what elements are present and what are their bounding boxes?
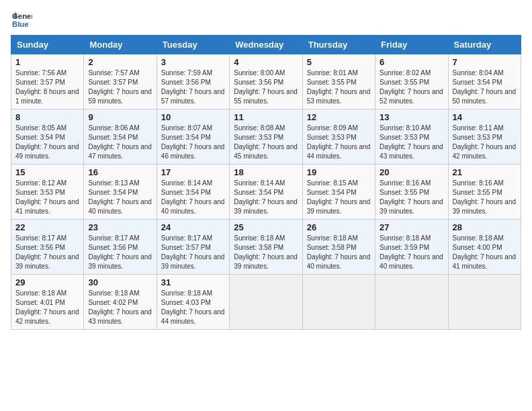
logo: General Blue	[11, 11, 36, 30]
calendar-day-cell: 9Sunrise: 8:06 AMSunset: 3:54 PMDaylight…	[84, 109, 157, 165]
calendar-header-row: SundayMondayTuesdayWednesdayThursdayFrid…	[11, 36, 521, 54]
calendar-day-cell: 21Sunrise: 8:16 AMSunset: 3:55 PMDayligh…	[448, 165, 521, 220]
weekday-header: Sunday	[11, 36, 84, 54]
day-info: Sunrise: 8:13 AMSunset: 3:54 PMDaylight:…	[88, 179, 152, 215]
calendar-day-cell: 18Sunrise: 8:14 AMSunset: 3:54 PMDayligh…	[230, 165, 302, 220]
day-number: 14	[453, 112, 517, 122]
calendar-day-cell: 26Sunrise: 8:18 AMSunset: 3:58 PMDayligh…	[302, 220, 375, 275]
day-number: 15	[15, 167, 79, 177]
day-number: 7	[453, 57, 517, 67]
calendar-day-cell: 16Sunrise: 8:13 AMSunset: 3:54 PMDayligh…	[84, 165, 157, 220]
calendar-day-cell	[302, 275, 375, 330]
calendar-day-cell: 2Sunrise: 7:57 AMSunset: 3:57 PMDaylight…	[84, 54, 157, 109]
calendar-day-cell	[448, 275, 521, 330]
day-number: 26	[307, 222, 371, 232]
day-info: Sunrise: 8:18 AMSunset: 3:58 PMDaylight:…	[234, 234, 298, 270]
day-number: 4	[234, 57, 298, 67]
day-info: Sunrise: 8:08 AMSunset: 3:53 PMDaylight:…	[234, 124, 298, 160]
day-info: Sunrise: 8:09 AMSunset: 3:53 PMDaylight:…	[307, 124, 371, 160]
day-info: Sunrise: 8:01 AMSunset: 3:55 PMDaylight:…	[307, 69, 371, 105]
calendar-day-cell: 30Sunrise: 8:18 AMSunset: 4:02 PMDayligh…	[84, 275, 157, 330]
calendar-day-cell: 8Sunrise: 8:05 AMSunset: 3:54 PMDaylight…	[11, 109, 84, 165]
day-number: 22	[15, 222, 79, 232]
day-number: 21	[453, 167, 517, 177]
day-info: Sunrise: 8:16 AMSunset: 3:55 PMDaylight:…	[380, 179, 443, 215]
day-info: Sunrise: 8:16 AMSunset: 3:55 PMDaylight:…	[453, 179, 517, 215]
day-info: Sunrise: 8:02 AMSunset: 3:55 PMDaylight:…	[380, 69, 443, 105]
svg-text:Blue: Blue	[12, 20, 29, 28]
weekday-header: Wednesday	[230, 36, 302, 54]
day-number: 27	[380, 222, 443, 232]
day-info: Sunrise: 7:56 AMSunset: 3:57 PMDaylight:…	[15, 69, 79, 105]
calendar-day-cell: 24Sunrise: 8:17 AMSunset: 3:57 PMDayligh…	[157, 220, 229, 275]
calendar-day-cell: 6Sunrise: 8:02 AMSunset: 3:55 PMDaylight…	[375, 54, 448, 109]
calendar-day-cell: 3Sunrise: 7:59 AMSunset: 3:56 PMDaylight…	[157, 54, 229, 109]
day-number: 17	[161, 167, 225, 177]
day-info: Sunrise: 8:18 AMSunset: 4:03 PMDaylight:…	[161, 289, 225, 325]
day-info: Sunrise: 8:18 AMSunset: 4:00 PMDaylight:…	[453, 234, 517, 270]
day-number: 8	[15, 112, 79, 122]
calendar-day-cell: 17Sunrise: 8:14 AMSunset: 3:54 PMDayligh…	[157, 165, 229, 220]
day-number: 3	[161, 57, 225, 67]
day-info: Sunrise: 8:17 AMSunset: 3:57 PMDaylight:…	[161, 234, 225, 270]
day-number: 29	[15, 277, 79, 287]
calendar-day-cell	[375, 275, 448, 330]
day-info: Sunrise: 8:14 AMSunset: 3:54 PMDaylight:…	[161, 179, 225, 215]
day-info: Sunrise: 8:18 AMSunset: 3:59 PMDaylight:…	[380, 234, 443, 270]
calendar-day-cell: 11Sunrise: 8:08 AMSunset: 3:53 PMDayligh…	[230, 109, 302, 165]
calendar-day-cell: 10Sunrise: 8:07 AMSunset: 3:54 PMDayligh…	[157, 109, 229, 165]
calendar-week-row: 1Sunrise: 7:56 AMSunset: 3:57 PMDaylight…	[11, 54, 521, 109]
calendar-day-cell: 23Sunrise: 8:17 AMSunset: 3:56 PMDayligh…	[84, 220, 157, 275]
day-number: 25	[234, 222, 298, 232]
calendar-day-cell: 22Sunrise: 8:17 AMSunset: 3:56 PMDayligh…	[11, 220, 84, 275]
weekday-header: Friday	[375, 36, 448, 54]
day-number: 10	[161, 112, 225, 122]
day-info: Sunrise: 8:00 AMSunset: 3:56 PMDaylight:…	[234, 69, 298, 105]
weekday-header: Thursday	[302, 36, 375, 54]
day-number: 12	[307, 112, 371, 122]
day-number: 13	[380, 112, 443, 122]
calendar-day-cell: 4Sunrise: 8:00 AMSunset: 3:56 PMDaylight…	[230, 54, 302, 109]
logo-icon: General Blue	[11, 11, 32, 30]
calendar-day-cell: 28Sunrise: 8:18 AMSunset: 4:00 PMDayligh…	[448, 220, 521, 275]
day-info: Sunrise: 8:12 AMSunset: 3:53 PMDaylight:…	[15, 179, 79, 215]
calendar-day-cell: 20Sunrise: 8:16 AMSunset: 3:55 PMDayligh…	[375, 165, 448, 220]
day-info: Sunrise: 8:17 AMSunset: 3:56 PMDaylight:…	[15, 234, 79, 270]
calendar-body: 1Sunrise: 7:56 AMSunset: 3:57 PMDaylight…	[11, 54, 521, 330]
day-info: Sunrise: 8:17 AMSunset: 3:56 PMDaylight:…	[88, 234, 152, 270]
calendar-day-cell: 12Sunrise: 8:09 AMSunset: 3:53 PMDayligh…	[302, 109, 375, 165]
day-info: Sunrise: 7:57 AMSunset: 3:57 PMDaylight:…	[88, 69, 152, 105]
weekday-header: Monday	[84, 36, 157, 54]
calendar-week-row: 29Sunrise: 8:18 AMSunset: 4:01 PMDayligh…	[11, 275, 521, 330]
day-info: Sunrise: 8:18 AMSunset: 4:02 PMDaylight:…	[88, 289, 152, 325]
day-info: Sunrise: 8:15 AMSunset: 3:54 PMDaylight:…	[307, 179, 371, 215]
day-number: 28	[453, 222, 517, 232]
day-info: Sunrise: 8:18 AMSunset: 3:58 PMDaylight:…	[307, 234, 371, 270]
day-number: 18	[234, 167, 298, 177]
day-number: 11	[234, 112, 298, 122]
header: General Blue	[11, 11, 521, 30]
day-number: 23	[88, 222, 152, 232]
day-info: Sunrise: 8:05 AMSunset: 3:54 PMDaylight:…	[15, 124, 79, 160]
day-number: 1	[15, 57, 79, 67]
calendar-day-cell: 15Sunrise: 8:12 AMSunset: 3:53 PMDayligh…	[11, 165, 84, 220]
weekday-header: Saturday	[448, 36, 521, 54]
calendar-week-row: 8Sunrise: 8:05 AMSunset: 3:54 PMDaylight…	[11, 109, 521, 165]
calendar-day-cell: 1Sunrise: 7:56 AMSunset: 3:57 PMDaylight…	[11, 54, 84, 109]
calendar-day-cell: 31Sunrise: 8:18 AMSunset: 4:03 PMDayligh…	[157, 275, 229, 330]
day-info: Sunrise: 8:06 AMSunset: 3:54 PMDaylight:…	[88, 124, 152, 160]
day-info: Sunrise: 8:18 AMSunset: 4:01 PMDaylight:…	[15, 289, 79, 325]
day-info: Sunrise: 8:14 AMSunset: 3:54 PMDaylight:…	[234, 179, 298, 215]
calendar-week-row: 15Sunrise: 8:12 AMSunset: 3:53 PMDayligh…	[11, 165, 521, 220]
day-number: 30	[88, 277, 152, 287]
day-number: 9	[88, 112, 152, 122]
day-info: Sunrise: 8:07 AMSunset: 3:54 PMDaylight:…	[161, 124, 225, 160]
day-info: Sunrise: 8:11 AMSunset: 3:53 PMDaylight:…	[453, 124, 517, 160]
day-number: 5	[307, 57, 371, 67]
calendar-day-cell: 5Sunrise: 8:01 AMSunset: 3:55 PMDaylight…	[302, 54, 375, 109]
day-info: Sunrise: 7:59 AMSunset: 3:56 PMDaylight:…	[161, 69, 225, 105]
calendar-day-cell: 19Sunrise: 8:15 AMSunset: 3:54 PMDayligh…	[302, 165, 375, 220]
day-info: Sunrise: 8:04 AMSunset: 3:54 PMDaylight:…	[453, 69, 517, 105]
calendar-day-cell	[230, 275, 302, 330]
day-number: 31	[161, 277, 225, 287]
